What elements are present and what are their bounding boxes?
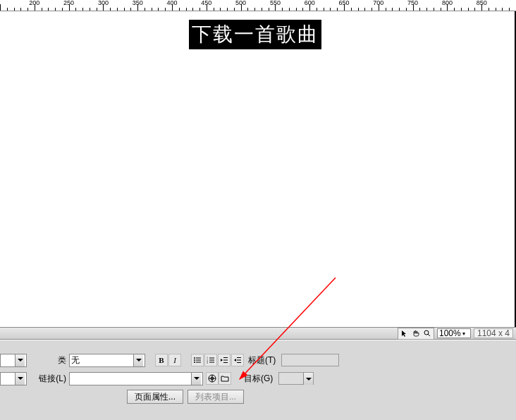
- svg-rect-17: [223, 362, 228, 363]
- svg-rect-20: [237, 362, 241, 363]
- ruler-label: 250: [63, 0, 74, 6]
- design-canvas[interactable]: 下载一首歌曲: [0, 11, 516, 327]
- ruler-label: 750: [407, 0, 418, 6]
- svg-rect-16: [223, 360, 228, 361]
- format-dropdown-2[interactable]: [0, 372, 27, 385]
- pointer-icon[interactable]: [400, 329, 410, 338]
- ruler-label: 500: [235, 0, 246, 6]
- status-bar: 100% ▾ 1104 x 4: [0, 327, 516, 340]
- svg-point-3: [194, 357, 195, 359]
- list-indent-group: 123: [191, 354, 244, 366]
- outdent-icon[interactable]: [218, 354, 231, 366]
- zoom-icon[interactable]: [422, 329, 432, 338]
- ordered-list-icon[interactable]: 123: [204, 354, 217, 366]
- title-label: 标题(T): [248, 354, 278, 366]
- svg-line-2: [428, 334, 430, 336]
- ruler-label: 300: [98, 0, 109, 6]
- hand-icon[interactable]: [411, 329, 421, 338]
- target-label: 目标(G): [244, 373, 276, 385]
- bold-button[interactable]: B: [155, 354, 168, 366]
- indent-icon[interactable]: [231, 354, 244, 366]
- target-select[interactable]: [278, 372, 314, 385]
- svg-rect-8: [196, 362, 201, 363]
- title-input[interactable]: [281, 354, 339, 366]
- link-input[interactable]: [69, 372, 203, 385]
- chevron-down-icon: [133, 354, 143, 366]
- ruler-label: 200: [29, 0, 39, 6]
- chevron-down-icon: [303, 373, 313, 385]
- class-select[interactable]: 无: [69, 354, 145, 367]
- browse-folder-icon[interactable]: [219, 372, 231, 385]
- view-tools: [398, 328, 434, 340]
- svg-rect-12: [209, 360, 214, 361]
- format-dropdown-1[interactable]: [0, 354, 27, 367]
- svg-point-7: [194, 362, 195, 363]
- ruler-label: 650: [338, 0, 349, 6]
- svg-rect-14: [209, 362, 214, 363]
- chevron-down-icon: [191, 373, 201, 385]
- svg-rect-10: [209, 358, 214, 359]
- svg-point-5: [194, 359, 195, 361]
- horizontal-ruler: 2002503003504004505005506006507007508008…: [0, 0, 516, 11]
- svg-rect-4: [196, 358, 201, 359]
- svg-rect-18: [237, 357, 241, 358]
- list-item-button: 列表项目...: [188, 390, 244, 404]
- page-properties-button[interactable]: 页面属性...: [127, 390, 183, 404]
- chevron-down-icon: ▾: [461, 331, 467, 337]
- ruler-label: 400: [166, 0, 177, 6]
- class-label: 类: [28, 354, 69, 366]
- ruler-label: 700: [373, 0, 383, 6]
- italic-button[interactable]: I: [168, 354, 181, 366]
- page-title[interactable]: 下载一首歌曲: [189, 20, 321, 49]
- dimensions-readout: 1104 x 4: [474, 328, 513, 338]
- link-label: 链接(L): [28, 373, 69, 385]
- svg-rect-19: [237, 360, 241, 361]
- svg-text:3: 3: [207, 361, 208, 364]
- point-to-file-icon[interactable]: [206, 372, 219, 385]
- svg-rect-15: [223, 357, 228, 358]
- properties-panel: 类 无 B I 123 标题(T) 链接(L): [0, 340, 516, 420]
- ruler-label: 800: [442, 0, 453, 6]
- zoom-select[interactable]: 100% ▾: [437, 328, 471, 338]
- ruler-label: 850: [477, 0, 487, 6]
- unordered-list-icon[interactable]: [191, 354, 204, 366]
- svg-rect-6: [196, 360, 201, 361]
- ruler-label: 550: [270, 0, 281, 6]
- ruler-label: 450: [201, 0, 211, 6]
- ruler-label: 350: [133, 0, 143, 6]
- text-style-group: B I: [155, 354, 181, 366]
- class-value: 无: [71, 354, 80, 366]
- ruler-label: 600: [305, 0, 315, 6]
- zoom-value: 100%: [439, 328, 461, 338]
